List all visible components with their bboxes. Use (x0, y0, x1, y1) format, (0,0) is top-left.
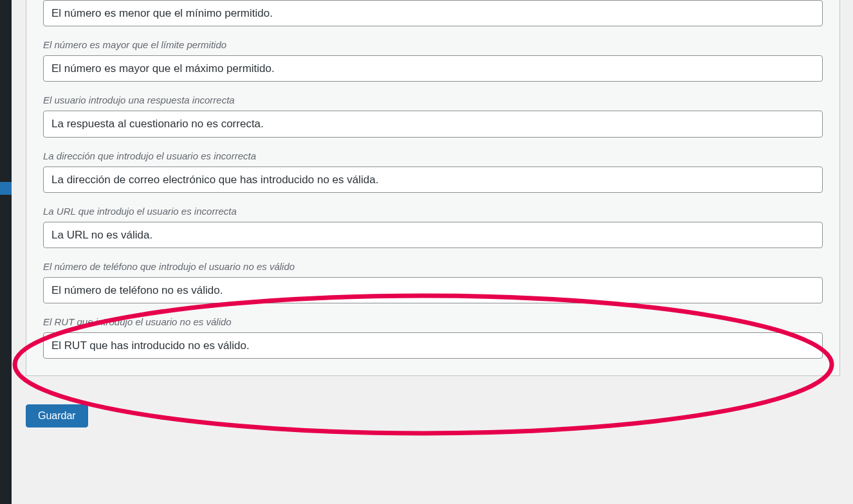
label-invalid-rut: El RUT que introdujo el usuario no es vá… (43, 315, 823, 328)
admin-sidebar (0, 0, 12, 504)
label-number-above-max: El número es mayor que el límite permiti… (43, 38, 823, 51)
main-content: El número es mayor que el límite permiti… (12, 0, 853, 504)
label-invalid-url: La URL que introdujo el usuario es incor… (43, 204, 823, 218)
input-invalid-rut[interactable] (43, 332, 823, 359)
label-wrong-answer: El usuario introdujo una respuesta incor… (43, 93, 823, 107)
field-wrong-answer: El usuario introdujo una respuesta incor… (43, 93, 823, 137)
input-wrong-answer[interactable] (43, 111, 823, 137)
input-number-below-min[interactable] (43, 0, 823, 26)
messages-panel: El número es mayor que el límite permiti… (26, 0, 840, 376)
sidebar-active-indicator (0, 182, 12, 195)
field-invalid-phone: El número de teléfono que introdujo el u… (43, 260, 823, 303)
field-number-above-max: El número es mayor que el límite permiti… (43, 38, 823, 82)
field-invalid-url: La URL que introdujo el usuario es incor… (43, 204, 823, 248)
input-invalid-email[interactable] (43, 166, 823, 193)
label-invalid-email: La dirección que introdujo el usuario es… (43, 149, 823, 163)
input-invalid-phone[interactable] (43, 277, 823, 303)
input-number-above-max[interactable] (43, 55, 823, 82)
input-invalid-url[interactable] (43, 222, 823, 248)
save-button[interactable]: Guardar (26, 404, 88, 428)
label-invalid-phone: El número de teléfono que introdujo el u… (43, 260, 823, 273)
field-invalid-rut: El RUT que introdujo el usuario no es vá… (43, 315, 823, 359)
field-number-below-min (43, 0, 823, 26)
field-invalid-email: La dirección que introdujo el usuario es… (43, 149, 823, 193)
